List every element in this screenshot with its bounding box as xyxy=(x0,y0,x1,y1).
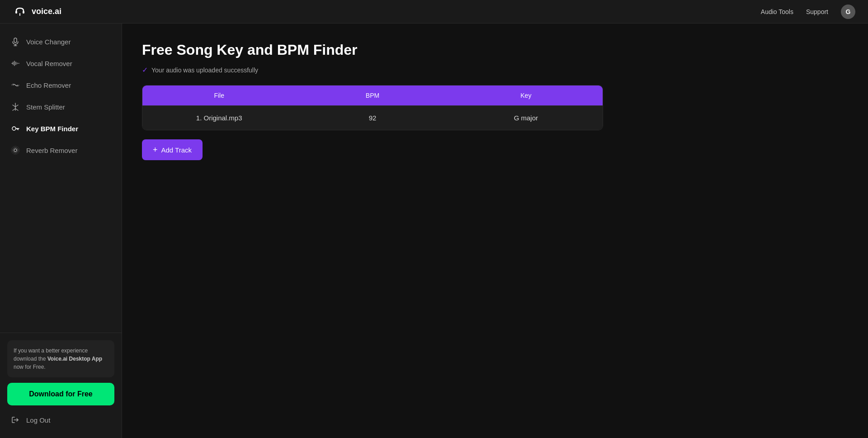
main-content: Free Song Key and BPM Finder ✓ Your audi… xyxy=(122,24,868,438)
table-header: File BPM Key xyxy=(142,86,603,105)
promo-box: If you want a better experience download… xyxy=(7,340,114,377)
echo-icon xyxy=(11,81,20,90)
mic-icon xyxy=(11,37,20,46)
sidebar-bottom: If you want a better experience download… xyxy=(0,333,122,438)
header-key: Key xyxy=(449,86,603,105)
svg-point-17 xyxy=(13,148,18,153)
sidebar-nav: Voice Changer Vocal Remover xyxy=(0,24,122,333)
promo-brand: Voice.ai Desktop App xyxy=(47,356,102,362)
svg-point-12 xyxy=(12,127,16,130)
svg-point-16 xyxy=(14,149,17,152)
sidebar-item-stem-splitter[interactable]: Stem Splitter xyxy=(0,96,122,118)
sidebar-label-stem-splitter: Stem Splitter xyxy=(26,103,65,111)
add-track-button[interactable]: + Add Track xyxy=(142,139,203,160)
promo-text-after: now for Free. xyxy=(14,364,46,370)
sidebar-label-key-bpm-finder: Key BPM Finder xyxy=(26,125,78,133)
waveform-icon xyxy=(11,59,20,68)
sidebar: Voice Changer Vocal Remover xyxy=(0,24,122,438)
sidebar-label-vocal-remover: Vocal Remover xyxy=(26,60,72,67)
logout-item[interactable]: Log Out xyxy=(7,409,114,431)
add-track-label: Add Track xyxy=(161,146,192,154)
support-link[interactable]: Support xyxy=(806,8,828,15)
user-avatar[interactable]: G xyxy=(841,5,855,19)
header-file: File xyxy=(142,86,296,105)
logout-label: Log Out xyxy=(26,416,50,424)
sidebar-item-voice-changer[interactable]: Voice Changer xyxy=(0,31,122,52)
sidebar-item-reverb-remover[interactable]: Reverb Remover xyxy=(0,139,122,161)
results-table: File BPM Key 1. Original.mp3 92 G major xyxy=(142,85,603,130)
logout-icon xyxy=(11,415,20,424)
svg-rect-1 xyxy=(15,11,17,14)
cell-file: 1. Original.mp3 xyxy=(142,106,296,130)
success-message: ✓ Your audio was uploaded successfully xyxy=(142,66,848,74)
logo[interactable]: voice.ai xyxy=(13,5,61,19)
header-bpm: BPM xyxy=(296,86,449,105)
audio-tools-link[interactable]: Audio Tools xyxy=(761,8,793,15)
svg-rect-3 xyxy=(14,38,17,43)
topnav: voice.ai Audio Tools Support G xyxy=(0,0,868,24)
plus-icon: + xyxy=(153,146,158,154)
svg-rect-2 xyxy=(23,11,24,14)
stem-icon xyxy=(11,102,20,111)
sidebar-item-vocal-remover[interactable]: Vocal Remover xyxy=(0,52,122,74)
cell-bpm: 92 xyxy=(296,106,449,130)
sidebar-label-reverb-remover: Reverb Remover xyxy=(26,147,77,154)
success-text: Your audio was uploaded successfully xyxy=(151,67,258,74)
svg-rect-0 xyxy=(13,5,27,19)
topnav-right: Audio Tools Support G xyxy=(761,5,855,19)
logo-text: voice.ai xyxy=(32,7,61,16)
sidebar-label-echo-remover: Echo Remover xyxy=(26,81,71,89)
cell-key: G major xyxy=(449,106,603,130)
check-icon: ✓ xyxy=(142,66,148,74)
sidebar-item-key-bpm-finder[interactable]: Key BPM Finder xyxy=(0,118,122,139)
reverb-icon xyxy=(11,146,20,155)
page-title: Free Song Key and BPM Finder xyxy=(142,42,848,58)
table-row: 1. Original.mp3 92 G major xyxy=(142,105,603,130)
sidebar-label-voice-changer: Voice Changer xyxy=(26,38,71,46)
sidebar-item-echo-remover[interactable]: Echo Remover xyxy=(0,74,122,96)
download-for-free-button[interactable]: Download for Free xyxy=(7,383,114,405)
key-icon xyxy=(11,124,20,133)
logo-icon xyxy=(13,5,27,19)
